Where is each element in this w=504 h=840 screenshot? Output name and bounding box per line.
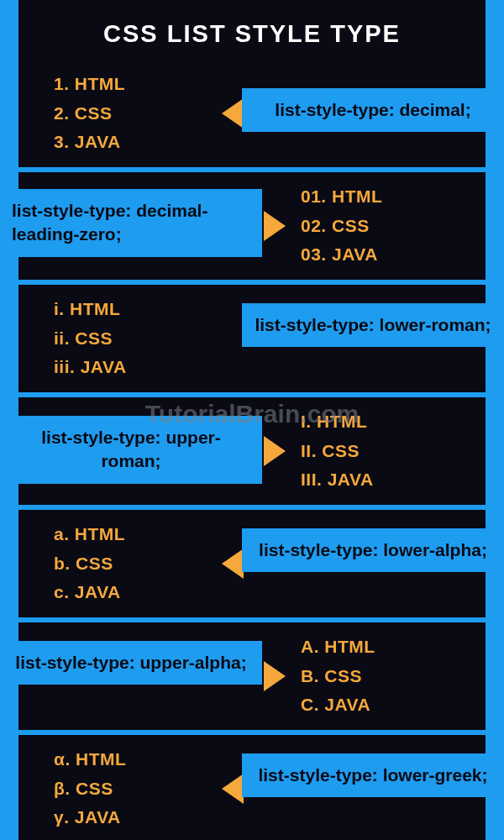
- example-row-decimal: 1. HTML 2. CSS 3. JAVA list-style-type: …: [18, 60, 486, 167]
- code-label-upper-roman: list-style-type: upper-roman;: [0, 416, 262, 484]
- list-item: ii. CSS: [54, 324, 252, 354]
- list-item: 1. HTML: [54, 70, 252, 99]
- example-row-upper-alpha: list-style-type: upper-alpha; A. HTML B.…: [18, 622, 486, 730]
- example-row-lower-roman: i. HTML ii. CSS iii. JAVA list-style-typ…: [18, 285, 486, 392]
- arrow-left-icon: [222, 549, 244, 579]
- list-item: i. HTML: [54, 295, 252, 324]
- list-item: a. HTML: [54, 520, 252, 549]
- list-item: I. HTML: [301, 407, 486, 437]
- infographic-panel: CSS LIST STYLE TYPE 1. HTML 2. CSS 3. JA…: [18, 0, 486, 840]
- list-item: C. JAVA: [301, 690, 486, 720]
- list-lower-roman: i. HTML ii. CSS iii. JAVA: [18, 295, 252, 382]
- list-item: II. CSS: [301, 437, 486, 466]
- list-item: B. CSS: [301, 662, 486, 691]
- arrow-right-icon: [264, 436, 286, 466]
- example-row-lower-greek: α. HTML β. CSS γ. JAVA list-style-type: …: [18, 735, 486, 840]
- example-row-upper-roman: list-style-type: upper-roman; I. HTML II…: [18, 397, 486, 505]
- code-label-decimal-leading-zero: list-style-type: decimal-leading-zero;: [0, 189, 262, 257]
- arrow-right-icon: [264, 211, 286, 241]
- list-upper-alpha: A. HTML B. CSS C. JAVA: [252, 633, 486, 720]
- page-title: CSS LIST STYLE TYPE: [18, 0, 486, 60]
- list-item: 01. HTML: [301, 182, 486, 212]
- arrow-left-icon: [222, 98, 244, 129]
- list-item: α. HTML: [54, 745, 252, 774]
- list-item: c. JAVA: [54, 578, 252, 607]
- list-item: III. JAVA: [301, 465, 486, 495]
- list-item: iii. JAVA: [54, 353, 252, 382]
- list-item: 3. JAVA: [54, 128, 252, 157]
- code-label-lower-alpha: list-style-type: lower-alpha;: [242, 528, 504, 572]
- arrow-left-icon: [222, 774, 244, 804]
- code-label-upper-alpha: list-style-type: upper-alpha;: [0, 641, 262, 685]
- list-item: 02. CSS: [301, 212, 486, 241]
- list-lower-alpha: a. HTML b. CSS c. JAVA: [18, 520, 252, 607]
- code-label-lower-roman: list-style-type: lower-roman;: [242, 303, 504, 347]
- arrow-right-icon: [264, 661, 286, 691]
- list-item: A. HTML: [301, 633, 486, 662]
- list-upper-roman: I. HTML II. CSS III. JAVA: [252, 407, 486, 495]
- code-label-lower-greek: list-style-type: lower-greek;: [242, 753, 504, 797]
- list-item: 03. JAVA: [301, 240, 486, 270]
- list-lower-greek: α. HTML β. CSS γ. JAVA: [18, 745, 252, 832]
- list-decimal-leading-zero: 01. HTML 02. CSS 03. JAVA: [252, 182, 486, 270]
- list-decimal: 1. HTML 2. CSS 3. JAVA: [18, 70, 252, 157]
- list-item: γ. JAVA: [54, 803, 252, 832]
- example-row-lower-alpha: a. HTML b. CSS c. JAVA list-style-type: …: [18, 510, 486, 617]
- example-row-decimal-leading-zero: list-style-type: decimal-leading-zero; 0…: [18, 172, 486, 280]
- code-label-decimal: list-style-type: decimal;: [242, 88, 504, 132]
